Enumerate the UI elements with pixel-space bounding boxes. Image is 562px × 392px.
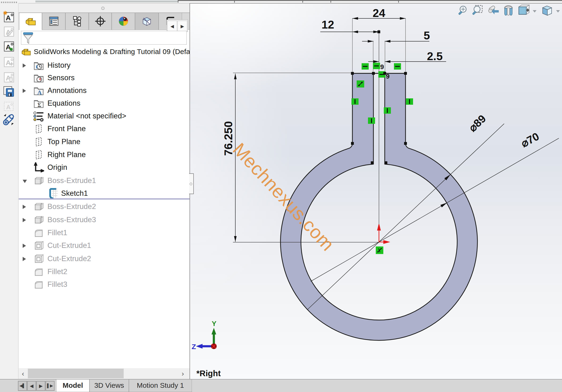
svg-text:A: A (6, 103, 11, 111)
svg-text:12: 12 (321, 18, 334, 31)
svg-text:A: A (37, 89, 42, 96)
svg-text:5: 5 (424, 29, 430, 42)
svg-text:⌀89: ⌀89 (466, 112, 488, 134)
svg-text:9: 9 (386, 73, 390, 80)
svg-text:2.5: 2.5 (427, 50, 443, 63)
svg-text:24: 24 (373, 7, 386, 19)
svg-text:Σ: Σ (37, 102, 41, 108)
svg-text:Y: Y (212, 320, 216, 327)
svg-text:9: 9 (380, 63, 384, 70)
svg-text:Z: Z (192, 343, 196, 350)
svg-text:A: A (6, 59, 11, 67)
svg-text:A: A (6, 14, 11, 22)
svg-text:⌀70: ⌀70 (519, 130, 541, 149)
